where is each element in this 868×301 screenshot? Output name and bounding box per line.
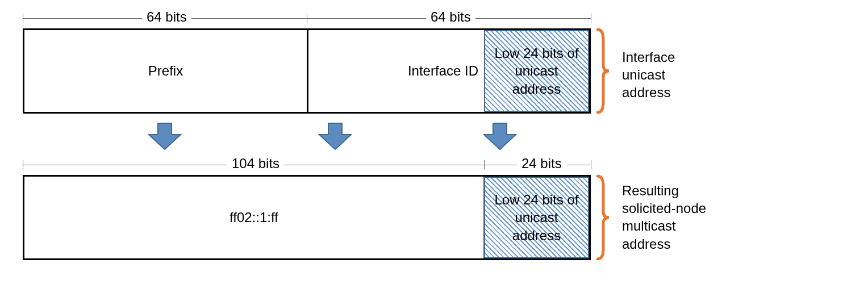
dimension-label-104bits: 104 bits [227,156,284,172]
dimension-label-64bits-right: 64 bits [426,9,475,25]
low24-cell-bottom: Low 24 bits of unicast address [484,177,589,258]
unicast-address-box: Prefix Interface ID Low 24 bits of unica… [23,28,591,114]
dim-tick [591,160,591,169]
brace-bottom [596,175,614,260]
arrow-down-icon [318,122,352,150]
low24-label-bottom: Low 24 bits of unicast address [494,191,578,244]
ff02-prefix-label: ff02::1:ff [229,208,278,226]
ipv6-solicited-node-diagram: 64 bits 64 bits Prefix Interface ID Low … [11,11,857,290]
arrow-down-icon [483,122,517,150]
prefix-cell: Prefix [24,30,307,112]
ff02-prefix-cell: ff02::1:ff [24,177,483,258]
interface-id-cell: Interface ID [308,30,484,112]
low24-cell-top: Low 24 bits of unicast address [484,30,589,112]
prefix-label: Prefix [148,62,183,80]
dimension-label-64bits-left: 64 bits [142,9,191,25]
multicast-address-box: ff02::1:ff Low 24 bits of unicast addres… [23,175,591,260]
dimension-label-24bits: 24 bits [517,156,566,172]
brace-top [596,28,614,114]
multicast-side-label: Resulting solicited-node multicast addre… [622,182,706,253]
arrow-down-icon [148,122,182,150]
unicast-side-label: Interface unicast address [622,48,675,102]
low24-label-top: Low 24 bits of unicast address [494,44,578,98]
dim-tick [591,14,591,23]
interface-id-label: Interface ID [408,62,478,80]
